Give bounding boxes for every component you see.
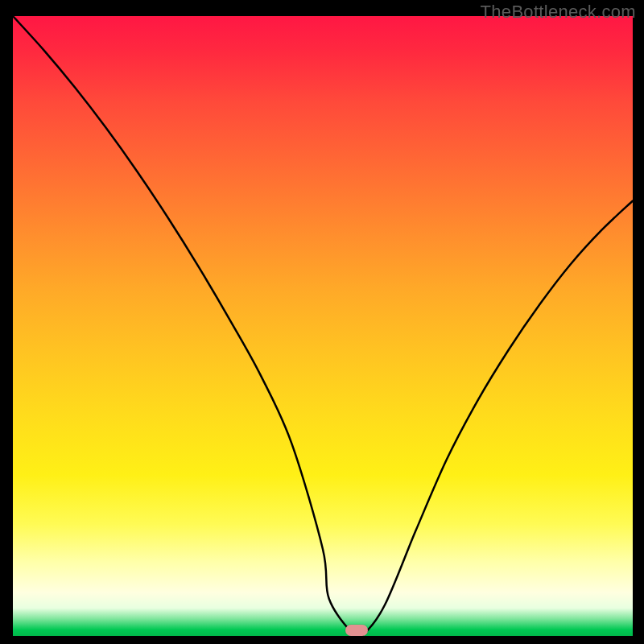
bottleneck-curve (13, 16, 633, 636)
plot-area (13, 16, 633, 636)
attribution-text: TheBottleneck.com (481, 2, 636, 23)
bottleneck-marker (345, 625, 368, 636)
chart-frame: TheBottleneck.com (0, 0, 644, 644)
